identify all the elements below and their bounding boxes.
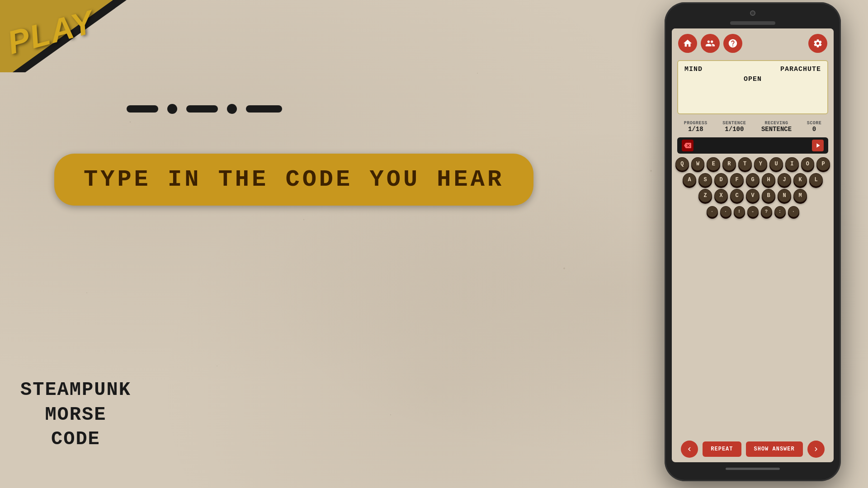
key-f[interactable]: F [730,173,744,187]
phone-screen: MIND PARACHUTE OPEN PROGRESS 1/18 SENTEN… [672,28,834,462]
word-row-1: MIND PARACHUTE [684,66,821,73]
morse-dash-1 [127,105,158,113]
morse-dash-3 [246,105,282,113]
phone-speaker [730,21,775,25]
word-mind: MIND [684,66,703,73]
stat-progress-value: 1/18 [684,126,708,133]
key-dot1[interactable]: · [707,206,718,217]
stats-row: PROGRESS 1/18 SENTENCE 1/100 RECEVING SE… [672,118,834,136]
app-title-line2: MORSE [20,403,131,427]
key-i[interactable]: I [785,157,799,171]
key-l[interactable]: L [809,173,823,187]
morse-dot-2 [227,104,237,114]
stat-sentence-value: 1/100 [722,126,746,133]
key-b[interactable]: B [762,189,775,202]
home-icon [683,38,693,48]
key-s[interactable]: S [698,173,712,187]
key-e[interactable]: E [707,157,720,171]
send-button[interactable] [812,140,824,151]
play-banner: PLAY [0,0,127,72]
app-title-line3: CODE [20,427,131,452]
key-h[interactable]: H [762,173,775,187]
key-p[interactable]: P [816,157,830,171]
key-t[interactable]: T [738,157,752,171]
stat-score-label: SCORE [807,121,822,126]
repeat-button[interactable]: REPEAT [703,441,741,457]
keyboard: Q W E R T Y U I O P A S D F G H J K L [672,155,834,219]
key-exclaim[interactable]: ! [734,206,745,217]
word-parachute: PARACHUTE [780,66,821,73]
stat-progress-label: PROGRESS [684,121,708,126]
help-icon [728,38,738,48]
key-row-2: A S D F G H J K L [675,173,830,187]
settings-button[interactable] [808,34,827,53]
phone-frame: MIND PARACHUTE OPEN PROGRESS 1/18 SENTEN… [665,2,841,481]
key-row-special: · · ! - ? : · [675,205,830,217]
key-dot3[interactable]: · [788,206,799,217]
key-o[interactable]: O [801,157,815,171]
morse-pattern [127,104,282,114]
key-x[interactable]: X [714,189,728,202]
home-button[interactable] [678,34,697,53]
input-bar [677,137,828,154]
phone-camera [750,10,755,16]
key-row-3: Z X C V B N M [675,189,830,202]
key-a[interactable]: A [683,173,696,187]
backspace-icon [684,142,691,149]
key-n[interactable]: N [778,189,791,202]
key-u[interactable]: U [769,157,783,171]
screen-header [672,28,834,56]
stat-receiving: RECEVING SENTENCE [761,121,792,133]
key-q[interactable]: Q [675,157,689,171]
next-button[interactable] [807,441,825,458]
key-r[interactable]: R [722,157,736,171]
users-icon [705,38,715,48]
stat-receiving-label: RECEVING [761,121,792,126]
show-answer-button[interactable]: SHOW ANSWER [746,441,803,457]
instruction-text: TYPE IN THE CODE YOU HEAR [84,166,504,193]
key-j[interactable]: J [778,173,791,187]
word-open: OPEN [744,75,762,83]
stat-progress: PROGRESS 1/18 [684,121,708,133]
stat-score: SCORE 0 [807,121,822,133]
key-d[interactable]: D [714,173,728,187]
key-y[interactable]: Y [754,157,768,171]
header-left-buttons [678,34,742,53]
app-title: STEAMPUNK MORSE CODE [20,378,131,452]
users-button[interactable] [701,34,720,53]
morse-dot-1 [167,104,177,114]
morse-dash-2 [186,105,218,113]
key-dot2[interactable]: · [720,206,731,217]
stat-receiving-value: SENTENCE [761,126,792,133]
next-icon [812,445,820,453]
key-dash[interactable]: - [747,206,759,217]
key-k[interactable]: K [793,173,807,187]
send-icon [814,142,821,149]
key-colon[interactable]: : [774,206,786,217]
key-c[interactable]: C [730,189,744,202]
bottom-controls: REPEAT SHOW ANSWER [672,436,834,462]
instruction-banner: TYPE IN THE CODE YOU HEAR [54,154,533,206]
key-w[interactable]: W [691,157,705,171]
help-button[interactable] [723,34,742,53]
prev-icon [685,445,693,453]
app-title-line1: STEAMPUNK [20,378,131,403]
stat-score-value: 0 [807,126,822,133]
phone-bottom-bar [726,468,780,470]
settings-icon [813,38,823,48]
word-display: MIND PARACHUTE OPEN [677,60,828,114]
word-row-2: OPEN [684,75,821,83]
key-g[interactable]: G [746,173,760,187]
backspace-button[interactable] [682,140,693,151]
key-row-1: Q W E R T Y U I O P [675,157,830,171]
key-question[interactable]: ? [761,206,772,217]
stat-sentence-label: SENTENCE [722,121,746,126]
prev-button[interactable] [681,441,698,458]
key-v[interactable]: V [746,189,760,202]
key-z[interactable]: Z [698,189,712,202]
stat-sentence: SENTENCE 1/100 [722,121,746,133]
key-m[interactable]: M [793,189,807,202]
